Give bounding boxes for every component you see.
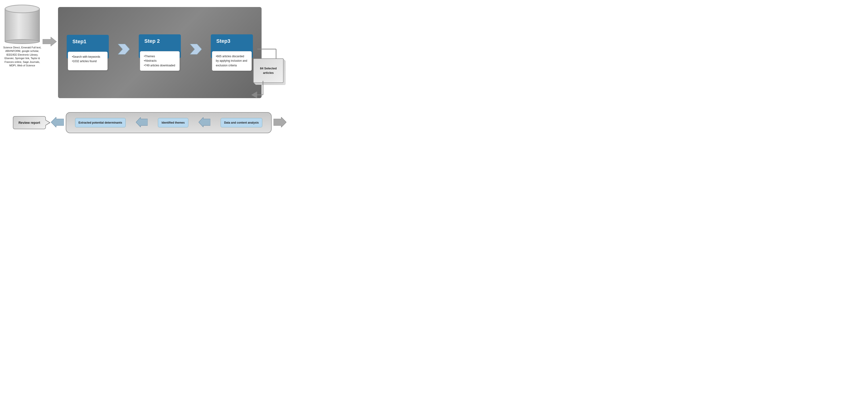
extracted-determinants-box: Extracted potential determinants xyxy=(75,118,126,127)
arrow-to-review-report xyxy=(51,117,64,128)
step1-detail-line1: •Search with keywords xyxy=(72,55,104,59)
arrow-step2-step3 xyxy=(190,44,202,62)
arrow-selected-to-process xyxy=(249,81,277,111)
svg-marker-8 xyxy=(251,91,257,98)
svg-marker-11 xyxy=(198,117,210,127)
step1-detail: •Search with keywords •1032 articles fou… xyxy=(68,51,107,70)
arrow-db-to-steps xyxy=(42,37,57,47)
steps-container: Step1 •Search with keywords •1032 articl… xyxy=(58,7,261,98)
step2-block: Step 2 •Themes •Abstracts •749 articles … xyxy=(139,34,181,71)
step2-detail-line3: •749 articles downloaded xyxy=(144,63,176,68)
diagram-container: Science Direct, Emerald Full text, ABI/I… xyxy=(0,0,290,138)
selected-articles-label: 84 Selected articles xyxy=(255,66,281,75)
arrow-identified-to-extracted xyxy=(136,117,148,128)
step1-detail-line2: •1032 articles found xyxy=(72,59,104,64)
svg-marker-0 xyxy=(42,37,57,46)
step2-detail-line2: •Abstracts xyxy=(144,59,176,63)
extracted-label: Extracted potential determinants xyxy=(79,121,122,124)
cylinder-top xyxy=(5,5,40,13)
page-front: 84 Selected articles xyxy=(253,59,284,83)
svg-marker-12 xyxy=(274,117,286,127)
arrow-data-to-identified xyxy=(198,117,210,128)
process-box: Extracted potential determinants Identif… xyxy=(66,112,272,133)
step3-detail-text: •665 articles discarded by applying incl… xyxy=(216,54,248,68)
arrow-from-right-to-process xyxy=(274,117,286,128)
identified-label: Identified themes xyxy=(162,121,185,124)
svg-marker-10 xyxy=(136,117,148,127)
step2-detail: •Themes •Abstracts •749 articles downloa… xyxy=(140,51,180,71)
svg-marker-9 xyxy=(51,117,64,127)
step1-block: Step1 •Search with keywords •1032 articl… xyxy=(67,35,109,70)
step3-detail: •665 articles discarded by applying incl… xyxy=(212,51,252,71)
data-content-label: Data and content analysis xyxy=(224,121,259,124)
step2-detail-line1: •Themes xyxy=(144,54,176,59)
bottom-row: Review report Extracted potential determ… xyxy=(13,112,286,133)
arrow-step1-step2 xyxy=(118,44,130,62)
step3-block: Step3 •665 articles discarded by applyin… xyxy=(211,34,253,71)
database-label: Science Direct, Emerald Full text, ABI/I… xyxy=(2,46,42,67)
review-report-bubble: Review report xyxy=(13,116,46,129)
cylinder-body xyxy=(5,9,40,42)
review-report-label: Review report xyxy=(19,121,40,125)
database-cylinder: Science Direct, Emerald Full text, ABI/I… xyxy=(2,5,42,67)
cylinder-bottom xyxy=(5,39,40,44)
data-content-analysis-box: Data and content analysis xyxy=(221,118,262,127)
svg-marker-1 xyxy=(118,44,130,55)
identified-themes-box: Identified themes xyxy=(158,118,188,127)
svg-marker-2 xyxy=(190,44,202,55)
